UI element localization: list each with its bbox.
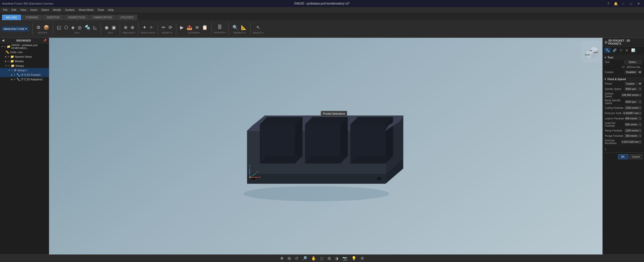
manage-btn[interactable]: 🗄 [216, 24, 223, 31]
grid-icon[interactable]: ⊞ [326, 255, 332, 261]
menu-help[interactable]: Help [106, 8, 116, 12]
feed-per-tooth-down[interactable]: ▼ [639, 113, 641, 115]
measure-btn[interactable]: 📐 [240, 24, 248, 31]
menu-file[interactable]: File [1, 8, 10, 12]
visibility-icon-adaptive1[interactable]: 👁 [13, 78, 16, 81]
close-btn[interactable]: ✕ [635, 0, 642, 7]
tab-fabrication[interactable]: FABRICATION [90, 15, 116, 20]
spindle-speed-down[interactable]: ▼ [639, 89, 641, 91]
preset-select[interactable]: Custom Aluminum Steel [624, 82, 642, 86]
maximize-btn[interactable]: □ [627, 0, 634, 7]
move-icon[interactable]: ✥ [279, 255, 285, 261]
drill-btn[interactable]: ⊕ [123, 24, 129, 31]
menu-modify[interactable]: Modify [51, 8, 63, 12]
panel-tab-passes[interactable]: ≋ [624, 48, 629, 53]
inspect-btn[interactable]: 🔍 [231, 24, 239, 31]
ramp-spindle-down[interactable]: ▼ [639, 102, 641, 104]
feed-per-rev-up[interactable]: ▲ [639, 140, 641, 142]
panel-tab-chart[interactable]: 📊 [630, 48, 636, 53]
tree-item-named-views[interactable]: ▶ 👁 📁 Named Views [0, 54, 49, 59]
help-btn[interactable]: ? [605, 0, 612, 7]
3d-pocket-btn[interactable]: ▣ [110, 24, 117, 31]
ramp-spindle-up[interactable]: ▲ [639, 100, 641, 102]
panel-tab-link[interactable]: 🔗 [611, 48, 618, 53]
tree-item-root[interactable]: ▼ 👁 📁 GM100 - podstawa pod kondensatory.… [0, 43, 49, 50]
tab-inspection[interactable]: INSPECTION [64, 15, 89, 20]
3d-adaptive-btn[interactable]: ◉ [103, 24, 110, 31]
render-icon[interactable]: 💡 [350, 255, 358, 261]
lead-in-up[interactable]: ▲ [639, 117, 641, 118]
tab-utilities[interactable]: UTILITIES [116, 15, 137, 20]
lead-in-down[interactable]: ▼ [639, 118, 641, 120]
settings-icon[interactable]: ⚙ [359, 255, 366, 261]
fit-icon[interactable]: ⊞ [286, 255, 292, 261]
coolant-select[interactable]: Disabled Flood Mist [624, 70, 642, 74]
ramp-feedrate-up[interactable]: ▲ [639, 129, 641, 130]
minimize-btn[interactable]: ─ [620, 0, 627, 7]
plunge-feedrate-down[interactable]: ▼ [639, 136, 641, 138]
stock-btn[interactable]: 📦 [42, 24, 50, 31]
tool-section-header[interactable]: ▼ Tool [603, 55, 644, 60]
appearance-icon[interactable]: ◑ [333, 255, 340, 261]
zoom-icon[interactable]: 🔎 [301, 255, 309, 261]
feed-per-rev-down[interactable]: ▼ [639, 142, 641, 144]
tree-item-setups[interactable]: ▼ 👁 📁 Setups [0, 63, 49, 68]
modify-btn[interactable]: ✏ [160, 24, 167, 31]
camera-icon[interactable]: 📷 [341, 255, 349, 261]
spindle-speed-up[interactable]: ▲ [639, 87, 641, 89]
browser-expand-icon[interactable]: ◀ [2, 39, 4, 42]
tree-item-adaptive1[interactable]: ▶ 👁 🔧 [T7] 2D Adaptive1 [0, 77, 49, 82]
orbit-icon[interactable]: ↺ [293, 255, 300, 261]
setup-btn[interactable]: ⚙ [35, 24, 42, 31]
menu-sheet-metal[interactable]: Sheet Metal [77, 8, 96, 12]
toolpath-btn[interactable]: ≋ [194, 24, 200, 31]
menu-surface[interactable]: Surface [63, 8, 77, 12]
tool-select-btn[interactable]: Select... [624, 60, 642, 64]
menu-tools[interactable]: Tools [95, 8, 106, 12]
viewcube[interactable]: TOP FRONT RIGHT [580, 40, 600, 60]
ramp-feedrate-down[interactable]: ▼ [639, 130, 641, 132]
cancel-button[interactable]: Cancel [629, 154, 642, 159]
simulate-btn[interactable]: ▶ [179, 24, 185, 31]
tab-turning[interactable]: TURNING [22, 15, 42, 20]
menu-edit[interactable]: Edit [10, 8, 18, 12]
visibility-icon-root[interactable]: 👁 [4, 45, 6, 48]
viewport[interactable]: X Z Y Pocket Selections TOP FRONT [49, 38, 602, 254]
2d-contour-btn[interactable]: ⬡ [63, 24, 69, 31]
panel-tab-tool[interactable]: 🔧 [604, 48, 611, 53]
menu-select[interactable]: Select [39, 8, 51, 12]
lead-out-up[interactable]: ▲ [639, 123, 641, 124]
post-btn[interactable]: 📤 [185, 24, 193, 31]
visibility-icon-named-views[interactable]: 👁 [7, 55, 10, 58]
feed-speed-section-header[interactable]: ▼ Feed & Speed [603, 77, 644, 81]
menu-insert[interactable]: Insert [28, 8, 39, 12]
feed-per-tooth-up[interactable]: ▲ [639, 111, 641, 113]
transform-btn[interactable]: ⟳ [167, 24, 174, 31]
ok-button[interactable]: OK- [618, 154, 628, 159]
visibility-icon-pocket1[interactable]: 👁 [13, 74, 16, 76]
visibility-icon-setups[interactable]: 👁 [8, 64, 10, 67]
tap-btn[interactable]: ⊗ [129, 24, 136, 31]
plunge-feedrate-up[interactable]: ▲ [639, 134, 641, 136]
cutting-feedrate-up[interactable]: ▲ [639, 106, 641, 108]
actions-btn[interactable]: 📋 [201, 24, 209, 31]
lead-out-down[interactable]: ▼ [639, 124, 641, 126]
tree-item-units[interactable]: 📏 Units: mm [0, 50, 49, 54]
pan-icon[interactable]: ✋ [310, 255, 318, 261]
2d-adaptive-btn[interactable]: ◈ [70, 24, 76, 31]
surface-speed-down[interactable]: ▼ [639, 95, 641, 97]
tree-item-setup1[interactable]: ▼ 👁 ⚙ Setup1 ● [0, 68, 49, 73]
manufacture-button[interactable]: MANUFACTURE ▾ [2, 26, 29, 31]
cutting-feedrate-down[interactable]: ▼ [639, 108, 641, 110]
notification-btn[interactable]: 🔔 [612, 0, 619, 7]
visibility-icon-setup1[interactable]: 👁 [11, 69, 13, 72]
menu-view[interactable]: View [18, 8, 28, 12]
panel-tab-geometry[interactable]: ⬡ [618, 48, 624, 53]
visibility-icon-models[interactable]: 👁 [7, 60, 10, 63]
multiaxis2-btn[interactable]: ✧ [148, 24, 154, 31]
2d-thread-btn[interactable]: 🔩 [84, 24, 92, 31]
browser-pin-icon[interactable]: 📌 [43, 39, 47, 42]
select-btn[interactable]: ↖ [255, 24, 261, 31]
surface-speed-up[interactable]: ▲ [639, 93, 641, 95]
tree-item-pocket1[interactable]: ▶ 👁 🔧 [T7] 2D Pocket1 [0, 73, 49, 77]
